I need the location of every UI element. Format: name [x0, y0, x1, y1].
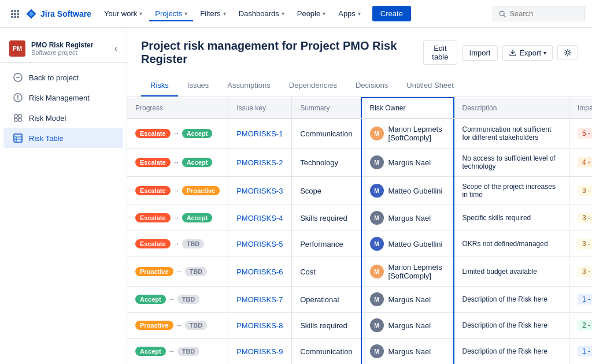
- nav-your-work[interactable]: Your work ▾: [98, 6, 148, 21]
- edit-table-button[interactable]: Edit table: [423, 40, 457, 65]
- cell-progress: Proactive → TBD: [127, 313, 228, 339]
- col-header-impact[interactable]: Impact: [569, 98, 592, 118]
- avatar: M: [370, 318, 384, 332]
- page-title-row: Project risk management for Project PMO …: [141, 39, 578, 66]
- cell-summary: Skills required: [292, 313, 361, 339]
- project-info: PMO Risk Register Software project: [31, 41, 93, 56]
- progress-from-badge[interactable]: Escalate: [135, 129, 171, 138]
- col-header-description[interactable]: Description: [454, 98, 569, 118]
- progress-to-badge[interactable]: Accept: [182, 158, 213, 167]
- app-name: Jira Software: [40, 9, 91, 18]
- tab-issues[interactable]: Issues: [178, 75, 219, 96]
- cell-impact: 1 - Very Low: [569, 339, 592, 365]
- cell-summary: Performance: [292, 231, 361, 257]
- progress-to-badge[interactable]: Accept: [182, 213, 213, 222]
- issue-key-link[interactable]: PMORISKS-3: [236, 187, 283, 195]
- cell-progress: Escalate → Accept: [127, 205, 228, 231]
- cell-risk-owner: M Marion Lepmets [SoftComply]: [361, 118, 454, 148]
- tab-risks[interactable]: Risks: [141, 75, 178, 96]
- settings-button[interactable]: [557, 45, 578, 60]
- cell-risk-owner: M Marion Lepmets [SoftComply]: [361, 257, 454, 287]
- cell-summary: Cost: [292, 257, 361, 287]
- progress-from-badge[interactable]: Escalate: [135, 239, 171, 248]
- sidebar-item-risk-table-label: Risk Table: [29, 134, 64, 143]
- sidebar-item-risk-management[interactable]: Risk Management: [3, 88, 123, 107]
- progress-from-badge[interactable]: Escalate: [135, 186, 171, 195]
- progress-from-badge[interactable]: Accept: [135, 347, 166, 356]
- svg-rect-14: [14, 114, 17, 117]
- cell-progress: Escalate → Proactive: [127, 177, 228, 205]
- progress-to-badge[interactable]: TBD: [177, 295, 200, 304]
- impact-badge: 2 - Low: [578, 320, 592, 330]
- cell-summary: Operational: [292, 287, 361, 313]
- nav-dashboards[interactable]: Dashboards ▾: [233, 6, 290, 21]
- search-input[interactable]: [509, 9, 579, 18]
- col-header-issue-key[interactable]: Issue key: [228, 98, 292, 118]
- risk-table-icon: [13, 133, 23, 143]
- cell-impact: 3 - Medium: [569, 231, 592, 257]
- svg-rect-17: [18, 118, 21, 121]
- col-header-summary[interactable]: Summary: [292, 98, 361, 118]
- sidebar-item-risk-model[interactable]: Risk Model: [3, 108, 123, 128]
- cell-issue-key: PMORISKS-5: [228, 231, 292, 257]
- page-header: Project risk management for Project PMO …: [127, 28, 592, 97]
- issue-key-link[interactable]: PMORISKS-2: [236, 158, 283, 167]
- issue-key-link[interactable]: PMORISKS-7: [236, 295, 283, 304]
- tab-assumptions[interactable]: Assumptions: [218, 75, 279, 96]
- col-header-progress[interactable]: Progress: [127, 98, 228, 118]
- nav-apps[interactable]: Apps ▾: [332, 6, 367, 21]
- nav-people[interactable]: People ▾: [291, 6, 331, 21]
- create-button[interactable]: Create: [372, 6, 411, 21]
- export-button[interactable]: Export ▾: [502, 45, 553, 61]
- cell-summary: Scope: [292, 177, 361, 205]
- issue-key-link[interactable]: PMORISKS-6: [236, 268, 283, 276]
- nav-filters[interactable]: Filters ▾: [194, 6, 231, 21]
- progress-from-badge[interactable]: Proactive: [135, 321, 173, 330]
- issue-key-link[interactable]: PMORISKS-5: [236, 240, 283, 248]
- cell-progress: Escalate → Accept: [127, 118, 228, 148]
- cell-description: Specific skills required: [454, 205, 569, 231]
- progress-to-badge[interactable]: TBD: [185, 267, 208, 276]
- cell-risk-owner: M Margus Nael: [361, 205, 454, 231]
- nav-projects[interactable]: Projects ▾: [149, 6, 193, 21]
- app-logo[interactable]: Jira Software: [25, 8, 91, 20]
- tab-decisions[interactable]: Decisions: [346, 75, 397, 96]
- tab-dependencies[interactable]: Dependencies: [280, 75, 346, 96]
- progress-from-badge[interactable]: Escalate: [135, 213, 171, 222]
- sidebar-collapse-icon[interactable]: ‹: [114, 43, 117, 54]
- progress-from-badge[interactable]: Accept: [135, 295, 166, 304]
- cell-progress: Accept → TBD: [127, 287, 228, 313]
- svg-rect-18: [14, 134, 22, 142]
- import-button[interactable]: Import: [462, 45, 498, 61]
- impact-badge: 1 - Very Low: [578, 346, 592, 356]
- arrow-icon: →: [173, 129, 180, 138]
- progress-from-badge[interactable]: Proactive: [135, 267, 173, 276]
- arrow-icon: →: [173, 158, 180, 166]
- search-bar[interactable]: [493, 6, 585, 21]
- sidebar-item-risk-table[interactable]: Risk Table: [3, 128, 123, 148]
- avatar: M: [370, 184, 384, 198]
- svg-line-10: [504, 15, 505, 17]
- issue-key-link[interactable]: PMORISKS-4: [236, 214, 283, 222]
- issue-key-link[interactable]: PMORISKS-8: [236, 321, 283, 330]
- grid-icon[interactable]: [7, 6, 23, 22]
- impact-badge: 3 - Medium: [578, 213, 592, 223]
- tab-untitled-sheet[interactable]: Untitled Sheet: [397, 75, 463, 96]
- progress-to-badge[interactable]: TBD: [185, 321, 208, 330]
- col-header-risk-owner[interactable]: Risk Owner: [361, 98, 454, 118]
- issue-key-link[interactable]: PMORISKS-1: [236, 129, 283, 138]
- cell-progress: Accept → TBD: [127, 339, 228, 365]
- progress-from-badge[interactable]: Escalate: [135, 158, 171, 167]
- progress-to-badge[interactable]: TBD: [177, 347, 200, 356]
- chevron-down-icon: ▾: [543, 50, 546, 56]
- cell-impact: 1 - Very Low: [569, 287, 592, 313]
- progress-to-badge[interactable]: Accept: [182, 129, 213, 138]
- progress-to-badge[interactable]: TBD: [182, 239, 205, 248]
- sidebar-item-back[interactable]: Back to project: [3, 68, 123, 87]
- progress-to-badge[interactable]: Proactive: [182, 186, 220, 195]
- issue-key-link[interactable]: PMORISKS-9: [236, 347, 283, 356]
- main-content: Project risk management for Project PMO …: [127, 28, 592, 364]
- table-row: Accept → TBD PMORISKS-7 Operational M Ma…: [127, 287, 592, 313]
- owner-name: Matteo Gubellini: [388, 240, 443, 248]
- avatar: M: [370, 211, 384, 225]
